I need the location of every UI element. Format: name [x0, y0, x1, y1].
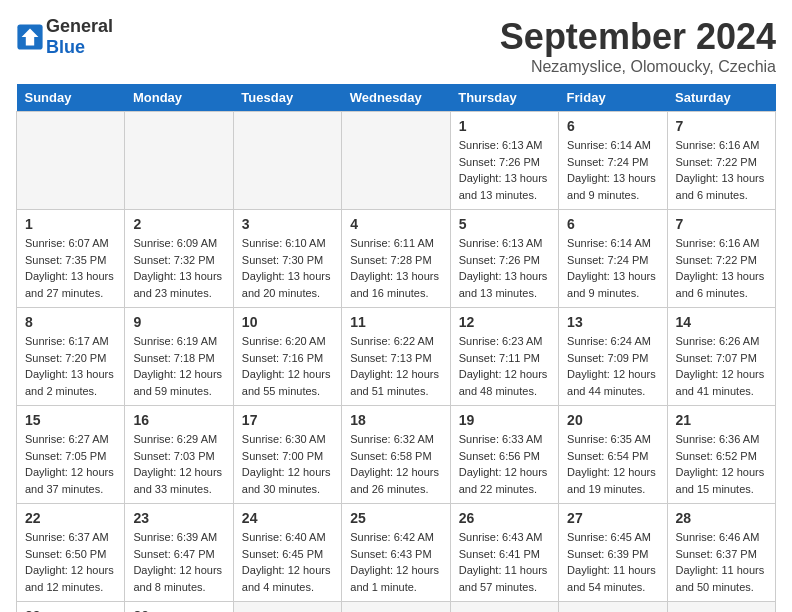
sunset: Sunset: 7:24 PM — [567, 156, 648, 168]
day-number: 9 — [133, 314, 224, 330]
daylight-hours: Daylight: 12 hours — [567, 368, 656, 380]
calendar-cell — [342, 112, 450, 210]
day-number: 1 — [25, 216, 116, 232]
sunset: Sunset: 7:30 PM — [242, 254, 323, 266]
calendar-week-1: 1Sunrise: 6:07 AMSunset: 7:35 PMDaylight… — [17, 210, 776, 308]
sunset: Sunset: 7:03 PM — [133, 450, 214, 462]
calendar-cell: 6Sunrise: 6:14 AMSunset: 7:24 PMDaylight… — [559, 210, 667, 308]
calendar-cell: 30Sunrise: 6:49 AMSunset: 6:32 PMDayligh… — [125, 602, 233, 613]
daylight-minutes: and 6 minutes. — [676, 189, 748, 201]
daylight-hours: Daylight: 11 hours — [459, 564, 548, 576]
sunset: Sunset: 6:39 PM — [567, 548, 648, 560]
day-number: 7 — [676, 118, 767, 134]
daylight-minutes: and 12 minutes. — [25, 581, 103, 593]
sunrise: Sunrise: 6:22 AM — [350, 335, 434, 347]
calendar-cell: 15Sunrise: 6:27 AMSunset: 7:05 PMDayligh… — [17, 406, 125, 504]
day-info: Sunrise: 6:22 AMSunset: 7:13 PMDaylight:… — [350, 333, 441, 399]
daylight-hours: Daylight: 12 hours — [242, 368, 331, 380]
daylight-hours: Daylight: 12 hours — [133, 466, 222, 478]
calendar-cell — [17, 112, 125, 210]
daylight-minutes: and 9 minutes. — [567, 287, 639, 299]
daylight-hours: Daylight: 12 hours — [350, 466, 439, 478]
month-title: September 2024 — [500, 16, 776, 58]
sunset: Sunset: 7:24 PM — [567, 254, 648, 266]
calendar-cell: 20Sunrise: 6:35 AMSunset: 6:54 PMDayligh… — [559, 406, 667, 504]
sunset: Sunset: 7:35 PM — [25, 254, 106, 266]
daylight-minutes: and 41 minutes. — [676, 385, 754, 397]
sunrise: Sunrise: 6:19 AM — [133, 335, 217, 347]
day-info: Sunrise: 6:16 AMSunset: 7:22 PMDaylight:… — [676, 137, 767, 203]
daylight-minutes: and 2 minutes. — [25, 385, 97, 397]
sunset: Sunset: 6:43 PM — [350, 548, 431, 560]
day-info: Sunrise: 6:24 AMSunset: 7:09 PMDaylight:… — [567, 333, 658, 399]
day-info: Sunrise: 6:26 AMSunset: 7:07 PMDaylight:… — [676, 333, 767, 399]
day-number: 18 — [350, 412, 441, 428]
calendar-cell: 29Sunrise: 6:48 AMSunset: 6:35 PMDayligh… — [17, 602, 125, 613]
sunset: Sunset: 7:18 PM — [133, 352, 214, 364]
day-number: 1 — [459, 118, 550, 134]
sunset: Sunset: 7:22 PM — [676, 254, 757, 266]
daylight-minutes: and 44 minutes. — [567, 385, 645, 397]
sunrise: Sunrise: 6:42 AM — [350, 531, 434, 543]
sunset: Sunset: 6:37 PM — [676, 548, 757, 560]
calendar-cell: 9Sunrise: 6:19 AMSunset: 7:18 PMDaylight… — [125, 308, 233, 406]
day-number: 6 — [567, 216, 658, 232]
sunrise: Sunrise: 6:36 AM — [676, 433, 760, 445]
day-number: 17 — [242, 412, 333, 428]
daylight-hours: Daylight: 12 hours — [676, 368, 765, 380]
day-info: Sunrise: 6:40 AMSunset: 6:45 PMDaylight:… — [242, 529, 333, 595]
header: General Blue September 2024 Nezamyslice,… — [16, 16, 776, 76]
sunrise: Sunrise: 6:13 AM — [459, 237, 543, 249]
daylight-hours: Daylight: 13 hours — [459, 172, 548, 184]
col-sunday: Sunday — [17, 84, 125, 112]
col-saturday: Saturday — [667, 84, 775, 112]
day-number: 11 — [350, 314, 441, 330]
daylight-minutes: and 59 minutes. — [133, 385, 211, 397]
daylight-minutes: and 50 minutes. — [676, 581, 754, 593]
daylight-minutes: and 13 minutes. — [459, 287, 537, 299]
day-number: 27 — [567, 510, 658, 526]
calendar-cell — [342, 602, 450, 613]
day-number: 6 — [567, 118, 658, 134]
sunset: Sunset: 7:26 PM — [459, 254, 540, 266]
day-number: 26 — [459, 510, 550, 526]
day-info: Sunrise: 6:17 AMSunset: 7:20 PMDaylight:… — [25, 333, 116, 399]
logo-general-text: General — [46, 16, 113, 36]
day-number: 22 — [25, 510, 116, 526]
sunrise: Sunrise: 6:39 AM — [133, 531, 217, 543]
logo: General Blue — [16, 16, 113, 58]
sunrise: Sunrise: 6:29 AM — [133, 433, 217, 445]
sunrise: Sunrise: 6:40 AM — [242, 531, 326, 543]
calendar-cell: 4Sunrise: 6:11 AMSunset: 7:28 PMDaylight… — [342, 210, 450, 308]
day-number: 10 — [242, 314, 333, 330]
calendar-cell: 24Sunrise: 6:40 AMSunset: 6:45 PMDayligh… — [233, 504, 341, 602]
calendar-week-2: 8Sunrise: 6:17 AMSunset: 7:20 PMDaylight… — [17, 308, 776, 406]
calendar-cell: 2Sunrise: 6:09 AMSunset: 7:32 PMDaylight… — [125, 210, 233, 308]
calendar-header-row: Sunday Monday Tuesday Wednesday Thursday… — [17, 84, 776, 112]
daylight-hours: Daylight: 12 hours — [459, 466, 548, 478]
calendar-cell: 17Sunrise: 6:30 AMSunset: 7:00 PMDayligh… — [233, 406, 341, 504]
day-info: Sunrise: 6:13 AMSunset: 7:26 PMDaylight:… — [459, 235, 550, 301]
daylight-hours: Daylight: 13 hours — [459, 270, 548, 282]
daylight-minutes: and 15 minutes. — [676, 483, 754, 495]
calendar-week-0: 1Sunrise: 6:13 AMSunset: 7:26 PMDaylight… — [17, 112, 776, 210]
calendar-week-5: 29Sunrise: 6:48 AMSunset: 6:35 PMDayligh… — [17, 602, 776, 613]
day-info: Sunrise: 6:33 AMSunset: 6:56 PMDaylight:… — [459, 431, 550, 497]
sunrise: Sunrise: 6:43 AM — [459, 531, 543, 543]
calendar-cell — [233, 112, 341, 210]
day-number: 5 — [459, 216, 550, 232]
daylight-minutes: and 23 minutes. — [133, 287, 211, 299]
day-info: Sunrise: 6:42 AMSunset: 6:43 PMDaylight:… — [350, 529, 441, 595]
calendar-cell: 11Sunrise: 6:22 AMSunset: 7:13 PMDayligh… — [342, 308, 450, 406]
col-monday: Monday — [125, 84, 233, 112]
daylight-minutes: and 57 minutes. — [459, 581, 537, 593]
location: Nezamyslice, Olomoucky, Czechia — [500, 58, 776, 76]
day-info: Sunrise: 6:36 AMSunset: 6:52 PMDaylight:… — [676, 431, 767, 497]
day-info: Sunrise: 6:35 AMSunset: 6:54 PMDaylight:… — [567, 431, 658, 497]
sunrise: Sunrise: 6:26 AM — [676, 335, 760, 347]
sunrise: Sunrise: 6:23 AM — [459, 335, 543, 347]
sunset: Sunset: 7:28 PM — [350, 254, 431, 266]
calendar-cell: 13Sunrise: 6:24 AMSunset: 7:09 PMDayligh… — [559, 308, 667, 406]
daylight-minutes: and 27 minutes. — [25, 287, 103, 299]
title-area: September 2024 Nezamyslice, Olomoucky, C… — [500, 16, 776, 76]
